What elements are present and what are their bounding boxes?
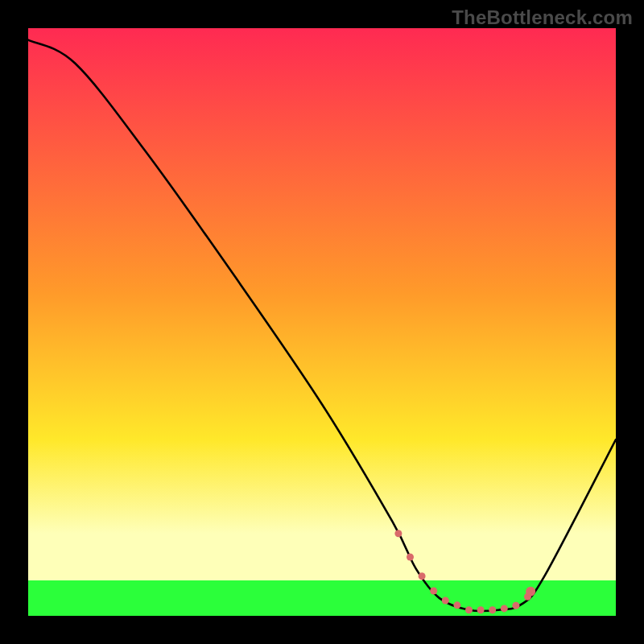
optimal-range-dots — [394, 530, 531, 613]
optimal-dot — [394, 530, 402, 537]
watermark-text: TheBottleneck.com — [452, 6, 633, 29]
optimal-dot — [465, 606, 473, 613]
curve-svg — [28, 28, 616, 616]
optimal-dot — [524, 593, 531, 601]
optimal-dot — [430, 587, 437, 594]
optimal-dot — [489, 606, 496, 613]
optimal-dot — [501, 605, 508, 612]
gradient-plot-area — [28, 28, 616, 616]
bottleneck-curve — [28, 40, 616, 612]
optimal-dot — [512, 602, 519, 609]
optimal-dot — [477, 606, 485, 613]
optimal-dot — [453, 601, 460, 609]
optimal-dot — [419, 572, 426, 580]
optimal-marker-dot — [526, 587, 535, 597]
chart-frame: TheBottleneck.com — [0, 0, 644, 644]
optimal-dot — [442, 597, 449, 605]
optimal-dot — [407, 554, 414, 561]
